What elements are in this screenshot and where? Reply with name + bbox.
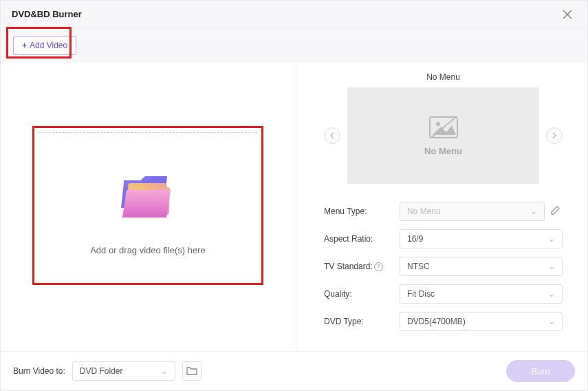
burn-to-select[interactable]: DVD Folder ⌄ bbox=[72, 361, 175, 381]
next-menu-button[interactable] bbox=[546, 127, 563, 144]
tv-standard-value: NTSC bbox=[407, 262, 430, 271]
divider bbox=[39, 132, 257, 133]
drop-zone[interactable]: Add or drag video file(s) here bbox=[34, 128, 261, 283]
add-video-label: Add Video bbox=[30, 41, 67, 50]
chevron-down-icon: ⌄ bbox=[161, 366, 168, 376]
menu-type-value: No Menu bbox=[407, 207, 441, 216]
burn-to-value: DVD Folder bbox=[80, 366, 123, 376]
image-placeholder-icon bbox=[428, 116, 459, 139]
menu-type-select[interactable]: No Menu ⌄ bbox=[400, 202, 545, 221]
setting-row-aspect-ratio: Aspect Ratio: 16/9 ⌄ bbox=[324, 229, 563, 249]
plus-icon: + bbox=[22, 41, 27, 50]
chevron-down-icon: ⌄ bbox=[548, 234, 555, 244]
chevron-down-icon: ⌄ bbox=[530, 207, 537, 216]
prev-menu-button[interactable] bbox=[324, 127, 340, 144]
dvd-type-label: DVD Type: bbox=[324, 317, 400, 326]
help-icon[interactable]: ? bbox=[374, 262, 383, 271]
settings-section: Menu Type: No Menu ⌄ Aspect Ratio: 16/9 … bbox=[324, 202, 563, 331]
app-window: DVD&BD Burner + Add Video bbox=[0, 0, 588, 391]
aspect-ratio-select[interactable]: 16/9 ⌄ bbox=[400, 229, 563, 249]
chevron-down-icon: ⌄ bbox=[548, 262, 555, 271]
chevron-right-icon bbox=[552, 132, 557, 139]
toolbar: + Add Video bbox=[1, 28, 587, 63]
menu-preview-title: No Menu bbox=[324, 72, 563, 82]
dvd-type-value: DVD5(4700MB) bbox=[407, 317, 466, 326]
menu-preview-placeholder: No Menu bbox=[424, 146, 462, 156]
edit-menu-button[interactable] bbox=[550, 205, 563, 218]
add-video-button[interactable]: + Add Video bbox=[13, 36, 76, 55]
chevron-down-icon: ⌄ bbox=[548, 289, 555, 299]
menu-preview-row: No Menu bbox=[324, 87, 563, 184]
window-title: DVD&BD Burner bbox=[12, 9, 82, 19]
tv-standard-label: TV Standard: ? bbox=[324, 262, 400, 271]
aspect-ratio-value: 16/9 bbox=[407, 234, 423, 244]
chevron-down-icon: ⌄ bbox=[548, 317, 555, 326]
setting-row-tv-standard: TV Standard: ? NTSC ⌄ bbox=[324, 257, 563, 276]
aspect-ratio-label: Aspect Ratio: bbox=[324, 234, 400, 244]
setting-row-dvd-type: DVD Type: DVD5(4700MB) ⌄ bbox=[324, 312, 563, 331]
tv-standard-select[interactable]: NTSC ⌄ bbox=[400, 257, 563, 276]
burn-button-label: Burn bbox=[531, 366, 549, 377]
setting-row-menu-type: Menu Type: No Menu ⌄ bbox=[324, 202, 563, 221]
quality-value: Fit Disc bbox=[407, 289, 435, 299]
chevron-left-icon bbox=[329, 132, 335, 139]
setting-row-quality: Quality: Fit Disc ⌄ bbox=[324, 284, 563, 304]
choose-folder-button[interactable] bbox=[182, 361, 202, 381]
burn-button[interactable]: Burn bbox=[506, 360, 575, 382]
svg-point-3 bbox=[436, 122, 440, 126]
close-button[interactable] bbox=[558, 6, 576, 23]
folder-icon bbox=[117, 169, 179, 224]
highlight-box-drop-zone: Add or drag video file(s) here bbox=[32, 126, 263, 285]
drop-zone-text: Add or drag video file(s) here bbox=[34, 245, 261, 255]
right-panel: No Menu No Menu bbox=[296, 63, 587, 351]
quality-label: Quality: bbox=[324, 289, 400, 299]
burn-to-label: Burn Video to: bbox=[13, 366, 65, 376]
dvd-type-select[interactable]: DVD5(4700MB) ⌄ bbox=[400, 312, 563, 331]
menu-type-label: Menu Type: bbox=[324, 207, 400, 216]
pencil-icon bbox=[550, 205, 560, 215]
folder-outline-icon bbox=[186, 366, 197, 376]
main-area: Add or drag video file(s) here No Menu bbox=[1, 63, 587, 352]
menu-preview[interactable]: No Menu bbox=[347, 87, 539, 184]
left-panel: Add or drag video file(s) here bbox=[1, 63, 296, 351]
footer: Burn Video to: DVD Folder ⌄ Burn bbox=[1, 352, 587, 390]
title-bar: DVD&BD Burner bbox=[1, 1, 587, 28]
quality-select[interactable]: Fit Disc ⌄ bbox=[400, 284, 563, 304]
close-icon bbox=[563, 10, 572, 19]
